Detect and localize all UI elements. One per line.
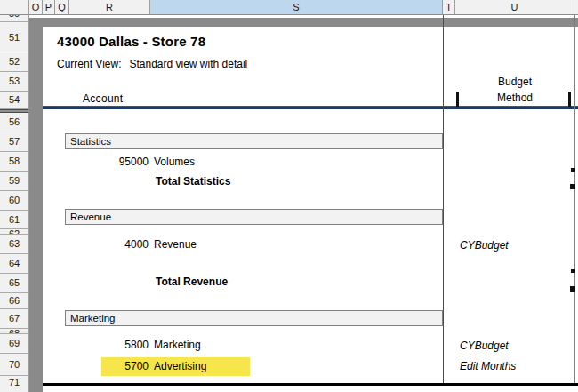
account-name-cell-highlighted[interactable]: Advertising: [154, 360, 206, 373]
column-header-label: Q: [58, 2, 66, 12]
account-column-caption[interactable]: Account: [83, 92, 123, 105]
spreadsheet-view: O P Q R S T U 50 51 52 53 54 55 56 57 58…: [0, 0, 578, 392]
account-code-cell[interactable]: 95000: [69, 156, 149, 169]
column-header-q[interactable]: Q: [55, 0, 69, 15]
column-header-filler: [574, 0, 578, 15]
cell-border-tick: [570, 286, 575, 292]
column-header-p[interactable]: P: [43, 0, 55, 15]
account-name-cell[interactable]: Volumes: [154, 156, 195, 169]
account-name-cell[interactable]: Marketing: [154, 339, 201, 352]
row-header-67[interactable]: 67: [0, 309, 29, 329]
row-header-54[interactable]: 54: [0, 92, 29, 109]
page-left-border: [29, 18, 43, 392]
column-header-s-selected[interactable]: S: [150, 0, 443, 15]
cell-border-tick: [456, 92, 459, 107]
row-header-53[interactable]: 53: [0, 72, 29, 92]
total-statistics-cell[interactable]: Total Statistics: [156, 175, 230, 188]
cell-border-tick: [571, 168, 575, 172]
section-header-statistics[interactable]: Statistics: [65, 133, 443, 149]
column-header-u[interactable]: U: [455, 0, 574, 15]
account-name-cell[interactable]: Revenue: [154, 238, 197, 252]
section-header-revenue[interactable]: Revenue: [65, 209, 443, 225]
cell-border-tick: [568, 92, 571, 107]
column-header-label: R: [106, 2, 113, 12]
current-view-cell[interactable]: Current View: Standard view with detail: [57, 58, 247, 70]
row-header-50[interactable]: 50: [0, 15, 29, 22]
column-header-r[interactable]: R: [69, 0, 150, 15]
row-header-61[interactable]: 61: [0, 211, 29, 229]
column-header-label: S: [293, 2, 299, 12]
row-header-70[interactable]: 70: [0, 354, 29, 376]
row-header-58[interactable]: 58: [0, 152, 29, 172]
account-code-cell[interactable]: 5800: [69, 339, 149, 352]
column-header-label: O: [32, 2, 40, 12]
current-view-label: Current View:: [57, 58, 121, 70]
budget-method-cell[interactable]: Edit Months: [460, 360, 516, 373]
budget-method-caption-line1[interactable]: Budget: [455, 76, 574, 88]
print-area-bottom-border: [43, 383, 578, 386]
section-header-marketing[interactable]: Marketing: [65, 310, 443, 326]
row-header-60[interactable]: 60: [0, 191, 29, 211]
budget-method-caption-line2[interactable]: Method: [455, 92, 574, 104]
row-header-66[interactable]: 66: [0, 293, 29, 309]
row-header-57[interactable]: 57: [0, 132, 29, 152]
cell-border-tick: [571, 269, 575, 273]
page-top-border: [29, 18, 578, 27]
row-header-71[interactable]: 71: [0, 376, 29, 392]
row-header-56[interactable]: 56: [0, 113, 29, 132]
column-header-t[interactable]: T: [443, 0, 455, 15]
budget-method-cell[interactable]: CYBudget: [460, 239, 509, 252]
account-code-cell-highlighted[interactable]: 5700: [69, 360, 149, 373]
select-all-corner[interactable]: [0, 0, 29, 15]
row-header-65[interactable]: 65: [0, 274, 29, 293]
column-header-label: T: [446, 2, 452, 12]
column-header-o[interactable]: O: [29, 0, 43, 15]
account-code-cell[interactable]: 4000: [69, 238, 149, 252]
report-title-cell[interactable]: 43000 Dallas - Store 78: [57, 34, 205, 49]
row-header-59[interactable]: 59: [0, 172, 29, 191]
row-header-69[interactable]: 69: [0, 334, 29, 354]
total-revenue-cell[interactable]: Total Revenue: [156, 276, 228, 289]
row-header-64[interactable]: 64: [0, 254, 29, 274]
column-header-label: U: [511, 2, 518, 12]
budget-method-cell[interactable]: CYBudget: [460, 340, 509, 353]
column-header-label: P: [45, 2, 52, 12]
row-header-63[interactable]: 63: [0, 235, 29, 254]
right-edge-gridline: [574, 15, 575, 384]
cell-border-tick: [570, 184, 575, 189]
row-header-52[interactable]: 52: [0, 52, 29, 72]
header-underline-rule: [43, 106, 578, 109]
column-t-gridline: [443, 15, 444, 384]
row-header-51[interactable]: 51: [0, 22, 29, 52]
current-view-value: Standard view with detail: [129, 58, 247, 70]
